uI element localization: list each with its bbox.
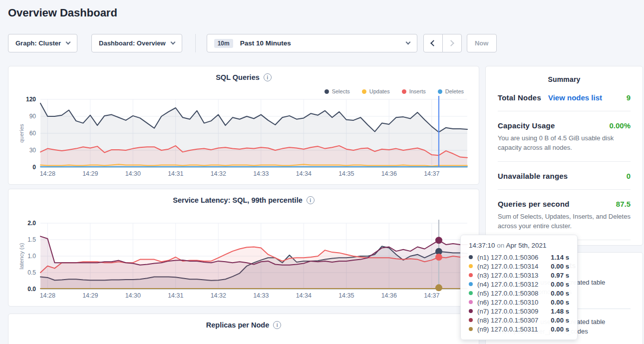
series-dot: [469, 309, 473, 313]
svg-text:14:28: 14:28: [40, 292, 55, 299]
svg-text:90: 90: [29, 113, 36, 120]
service-latency-card: Service Latency: SQL, 99th percentile i …: [8, 189, 479, 307]
now-button[interactable]: Now: [467, 34, 497, 52]
chevron-down-icon: [405, 40, 410, 45]
tooltip-row: (n1) 127.0.0.1:50306 1.14 s: [469, 253, 569, 262]
divider: [498, 111, 631, 111]
legend-item-selects[interactable]: Selects: [324, 88, 350, 94]
info-icon[interactable]: i: [307, 196, 315, 204]
svg-text:14:34: 14:34: [296, 292, 312, 299]
svg-text:14:32: 14:32: [211, 170, 226, 177]
svg-text:14:37: 14:37: [424, 292, 439, 299]
summary-description: Sum of Selects, Updates, Inserts, and De…: [498, 212, 631, 231]
series-dot: [324, 89, 329, 94]
toolbar-divider: [195, 34, 196, 52]
toolbar: Graph: Cluster Dashboard: Overview 10m P…: [8, 34, 497, 52]
summary-label: Capacity Usage: [498, 121, 555, 130]
series-dot: [469, 300, 473, 304]
info-icon[interactable]: i: [273, 321, 281, 329]
svg-text:120: 120: [26, 96, 36, 103]
svg-text:14:36: 14:36: [381, 170, 397, 177]
next-time-button[interactable]: [442, 34, 462, 52]
time-range-chip: 10m: [214, 39, 233, 48]
divider: [498, 189, 631, 190]
sql-queries-legend: Selects Updates Inserts Deletes: [324, 88, 464, 94]
chevron-left-icon: [430, 40, 437, 46]
chart-tooltip: 14:37:10 on Apr 5th, 2021 (n1) 127.0.0.1…: [460, 235, 578, 340]
summary-value: 0: [627, 172, 631, 180]
svg-text:14:31: 14:31: [168, 292, 183, 299]
info-icon[interactable]: i: [264, 73, 272, 81]
dashboard-dropdown[interactable]: Dashboard: Overview: [91, 34, 182, 52]
chevron-right-icon: [448, 40, 454, 46]
summary-value: 9: [627, 93, 631, 102]
tooltip-timestamp: 14:37:10 on Apr 5th, 2021: [469, 242, 569, 249]
svg-text:1.0: 1.0: [27, 253, 36, 260]
prev-time-button[interactable]: [423, 34, 443, 52]
dashboard-dropdown-label: Dashboard: Overview: [99, 39, 166, 47]
legend-label: Inserts: [409, 88, 426, 94]
time-range-selector[interactable]: 10m Past 10 Minutes: [207, 34, 417, 52]
svg-text:0.0: 0.0: [27, 286, 36, 293]
svg-text:60: 60: [29, 130, 36, 137]
service-latency-chart[interactable]: 14:2814:2914:3014:3114:3214:3314:3414:35…: [8, 218, 480, 307]
time-range-label: Past 10 Minutes: [240, 39, 291, 47]
series-dot: [469, 255, 473, 259]
svg-text:14:29: 14:29: [82, 292, 98, 299]
svg-text:queries: queries: [18, 124, 24, 143]
svg-text:0: 0: [32, 164, 36, 171]
svg-text:14:32: 14:32: [211, 292, 226, 299]
tooltip-row: (n8) 127.0.0.1:50307 0.00 s: [469, 316, 569, 325]
summary-row-unavailable-ranges: Unavailable ranges 0: [498, 172, 631, 180]
sql-queries-chart[interactable]: 14:2814:2914:3014:3114:3214:3314:3414:35…: [8, 94, 480, 185]
tooltip-row: (n6) 127.0.0.1:50310 0.00 s: [469, 298, 569, 307]
svg-text:14:37: 14:37: [424, 170, 439, 177]
series-dot: [438, 89, 442, 94]
series-dot: [362, 89, 366, 94]
legend-label: Deletes: [445, 88, 464, 94]
svg-text:14:31: 14:31: [168, 170, 183, 177]
series-dot: [469, 291, 473, 295]
divider: [498, 161, 631, 162]
replicas-per-node-card: Replicas per Node i: [8, 314, 479, 344]
legend-label: Updates: [369, 88, 390, 94]
sql-queries-title: SQL Queries: [216, 73, 260, 81]
svg-text:2.0: 2.0: [27, 220, 36, 227]
time-step-buttons: [423, 34, 462, 52]
svg-text:14:30: 14:30: [125, 170, 141, 177]
tooltip-row: (n4) 127.0.0.1:50312 0.00 s: [469, 280, 569, 289]
series-dot: [469, 273, 473, 277]
view-nodes-list-link[interactable]: View nodes list: [548, 93, 602, 102]
svg-text:0.5: 0.5: [27, 269, 36, 276]
legend-item-deletes[interactable]: Deletes: [438, 88, 464, 94]
summary-value: 87.5: [616, 200, 631, 208]
graph-dropdown[interactable]: Graph: Cluster: [8, 34, 77, 52]
series-dot: [469, 264, 473, 268]
page-title: Overview Dashboard: [8, 6, 117, 19]
svg-text:14:35: 14:35: [338, 292, 354, 299]
tooltip-row: (n5) 127.0.0.1:50308 0.00 s: [469, 289, 569, 298]
summary-row-qps: Queries per second 87.5 Sum of Selects, …: [498, 200, 631, 231]
service-latency-title: Service Latency: SQL, 99th percentile: [173, 196, 303, 204]
summary-label: Total Nodes: [498, 93, 541, 102]
series-dot: [469, 327, 473, 331]
summary-label: Queries per second: [498, 200, 570, 208]
legend-label: Selects: [332, 88, 350, 94]
summary-row-capacity: Capacity Usage 0.00% You are using 0 B o…: [498, 121, 631, 152]
svg-text:14:35: 14:35: [338, 170, 354, 177]
series-dot: [402, 89, 406, 94]
svg-text:latency (s): latency (s): [18, 243, 24, 269]
svg-text:14:33: 14:33: [253, 292, 269, 299]
svg-text:14:36: 14:36: [381, 292, 397, 299]
series-dot: [469, 318, 473, 322]
summary-panel: Summary Total Nodes View nodes list 9 Ca…: [485, 66, 643, 246]
legend-item-inserts[interactable]: Inserts: [402, 88, 426, 94]
chevron-down-icon: [170, 40, 175, 45]
legend-item-updates[interactable]: Updates: [362, 88, 390, 94]
svg-text:14:33: 14:33: [253, 170, 269, 177]
tooltip-row: (n7) 127.0.0.1:50309 1.48 s: [469, 307, 569, 316]
chevron-down-icon: [66, 40, 71, 45]
graph-dropdown-label: Graph: Cluster: [15, 39, 61, 47]
svg-text:14:34: 14:34: [296, 170, 312, 177]
sql-queries-card: SQL Queries i Selects Updates Inserts De…: [8, 66, 479, 185]
